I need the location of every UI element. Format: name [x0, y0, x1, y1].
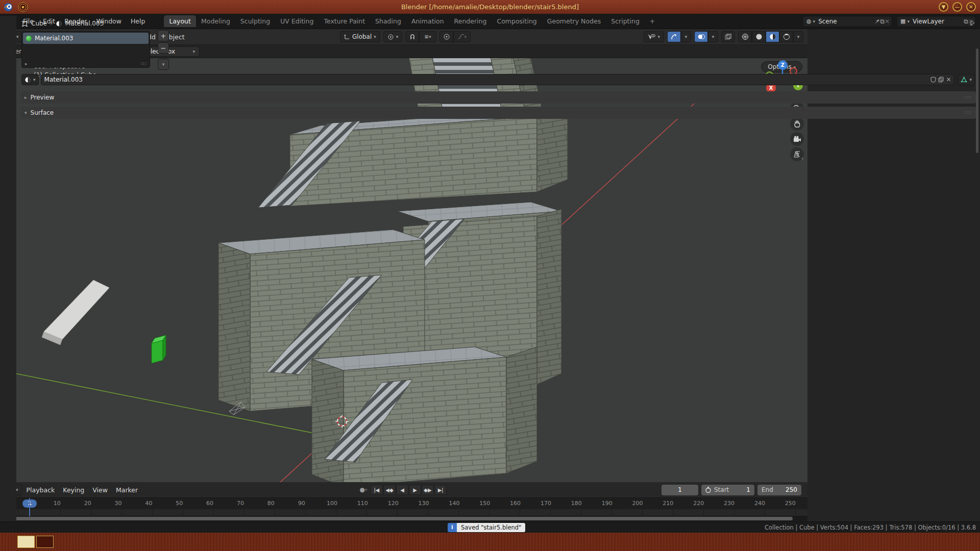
- properties-body: Cube › Material.003 Material.003 ▸∷∷ + −: [16, 160, 172, 492]
- blender-desktop: Blender [/home/amalie/Desktop/blender/st…: [0, 0, 980, 551]
- window-titlebar: Blender [/home/amalie/Desktop/blender/st…: [0, 0, 980, 14]
- workspace-1[interactable]: [17, 536, 35, 548]
- workspace-2[interactable]: [36, 536, 54, 548]
- workspace-pager: [17, 536, 54, 548]
- toast-text: Saved "stair5.blend": [457, 523, 525, 532]
- info-icon: i: [448, 523, 457, 532]
- scene-stats: Collection | Cube | Verts:504 | Faces:29…: [765, 524, 976, 531]
- status-bar: i Saved "stair5.blend" Collection | Cube…: [0, 521, 980, 533]
- desktop-taskbar: [0, 533, 980, 551]
- properties-panel: ▾ ▾ Cube › Material.003 Material: [0, 160, 172, 492]
- properties-tab-column: [0, 160, 16, 492]
- window-title: Blender [/home/amalie/Desktop/blender/st…: [0, 3, 980, 11]
- save-toast: i Saved "stair5.blend": [448, 523, 525, 532]
